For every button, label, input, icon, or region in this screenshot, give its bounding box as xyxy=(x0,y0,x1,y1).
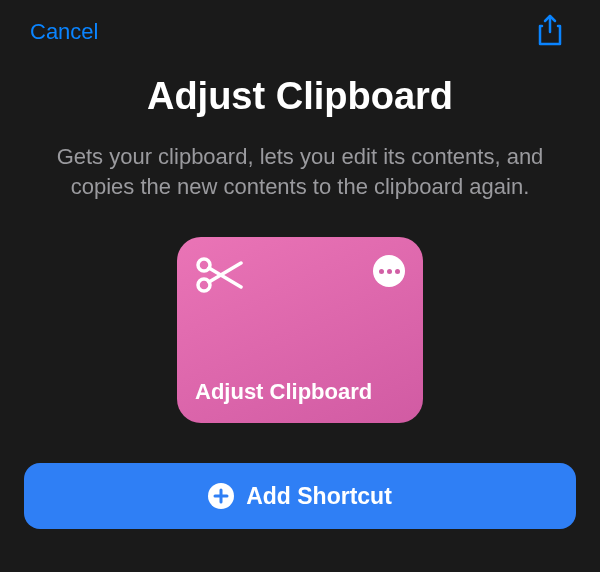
share-button[interactable] xyxy=(532,10,568,53)
cancel-button[interactable]: Cancel xyxy=(30,19,98,45)
add-shortcut-label: Add Shortcut xyxy=(246,483,392,510)
header-bar: Cancel xyxy=(0,0,600,65)
page-title: Adjust Clipboard xyxy=(0,75,600,118)
shortcut-tile[interactable]: Adjust Clipboard xyxy=(177,237,423,423)
plus-circle-icon xyxy=(208,483,234,509)
tile-top-row xyxy=(195,255,405,295)
tile-label: Adjust Clipboard xyxy=(195,379,405,405)
add-shortcut-button[interactable]: Add Shortcut xyxy=(24,463,576,529)
scissors-icon xyxy=(195,255,243,295)
page-description: Gets your clipboard, lets you edit its c… xyxy=(0,142,600,201)
share-icon xyxy=(536,14,564,46)
more-icon[interactable] xyxy=(373,255,405,287)
